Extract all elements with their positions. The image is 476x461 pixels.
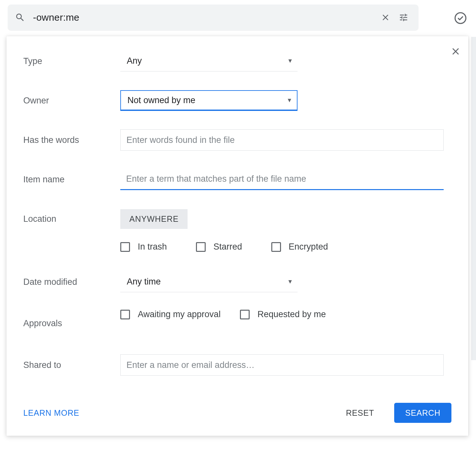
close-icon <box>450 46 461 57</box>
search-button[interactable]: SEARCH <box>394 403 451 423</box>
tune-icon <box>399 13 408 22</box>
checkbox-icon <box>120 242 130 252</box>
encrypted-checkbox[interactable]: Encrypted <box>271 242 328 252</box>
location-label: Location <box>23 214 120 224</box>
checkbox-icon <box>240 310 250 319</box>
search-bar <box>8 5 418 30</box>
close-icon <box>381 13 390 22</box>
chevron-down-icon: ▼ <box>287 58 293 64</box>
item-name-label: Item name <box>23 175 120 185</box>
starred-label: Starred <box>213 242 242 252</box>
location-chip[interactable]: ANYWHERE <box>120 209 188 229</box>
offline-ready-icon[interactable] <box>454 12 467 26</box>
in-trash-label: In trash <box>138 242 167 252</box>
chevron-down-icon: ▼ <box>287 97 292 104</box>
approvals-checks: Awaiting my approval Requested by me <box>120 309 451 319</box>
type-dropdown-value: Any <box>127 56 142 66</box>
requested-by-me-checkbox[interactable]: Requested by me <box>240 309 326 319</box>
date-modified-dropdown[interactable]: Any time ▼ <box>120 272 298 292</box>
reset-button[interactable]: RESET <box>335 403 385 423</box>
owner-label: Owner <box>23 96 120 106</box>
approvals-label: Approvals <box>23 318 120 328</box>
awaiting-approval-checkbox[interactable]: Awaiting my approval <box>120 309 221 319</box>
checkbox-icon <box>120 310 130 319</box>
starred-checkbox[interactable]: Starred <box>196 242 242 252</box>
owner-dropdown[interactable]: Not owned by me ▼ <box>120 90 298 111</box>
search-input[interactable] <box>33 12 376 23</box>
date-modified-label: Date modified <box>23 277 120 287</box>
encrypted-label: Encrypted <box>289 242 328 252</box>
item-name-input[interactable] <box>120 169 444 190</box>
shared-to-label: Shared to <box>23 360 120 370</box>
search-icon <box>15 12 25 23</box>
type-label: Type <box>23 56 120 66</box>
location-checks: In trash Starred Encrypted <box>23 242 451 252</box>
scrollbar-strip <box>471 37 476 360</box>
requested-by-me-label: Requested by me <box>257 309 326 319</box>
owner-dropdown-value: Not owned by me <box>127 95 195 105</box>
advanced-search-panel: Type Any ▼ Owner Not owned by me ▼ Has t… <box>6 36 468 436</box>
panel-footer: LEARN MORE RESET SEARCH <box>23 403 451 423</box>
in-trash-checkbox[interactable]: In trash <box>120 242 167 252</box>
learn-more-link[interactable]: LEARN MORE <box>23 408 79 418</box>
search-options-button[interactable] <box>395 8 413 27</box>
awaiting-approval-label: Awaiting my approval <box>138 309 221 319</box>
svg-point-0 <box>455 13 466 23</box>
date-modified-value: Any time <box>127 277 161 287</box>
has-words-label: Has the words <box>23 135 120 145</box>
checkbox-icon <box>196 242 206 252</box>
has-words-input[interactable] <box>120 129 444 151</box>
close-panel-button[interactable] <box>450 46 461 58</box>
clear-search-button[interactable] <box>376 8 395 27</box>
shared-to-input[interactable] <box>120 354 444 376</box>
type-dropdown[interactable]: Any ▼ <box>120 51 298 71</box>
chevron-down-icon: ▼ <box>287 278 293 285</box>
checkbox-icon <box>271 242 281 252</box>
